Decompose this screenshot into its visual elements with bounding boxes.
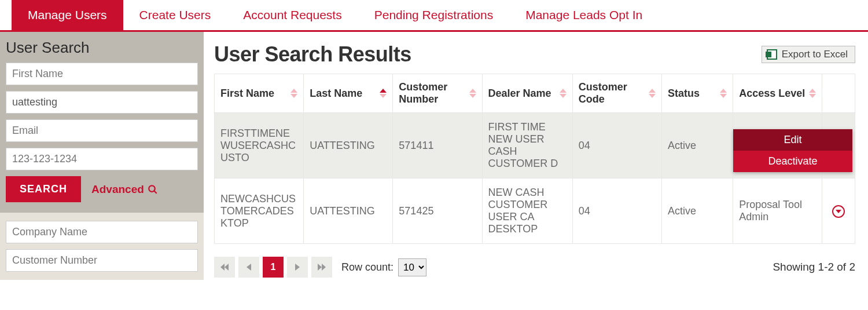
svg-marker-5 — [225, 264, 229, 271]
double-chevron-right-icon — [318, 264, 326, 271]
sort-icon — [469, 89, 476, 98]
cell-status: Active — [661, 113, 733, 178]
row-count-select[interactable]: 10 — [398, 258, 426, 276]
sort-icon — [290, 89, 297, 98]
menu-edit[interactable]: Edit — [733, 129, 852, 151]
page-first-button[interactable] — [214, 257, 235, 278]
export-label: Export to Excel — [782, 49, 848, 60]
search-button[interactable]: SEARCH — [6, 176, 81, 202]
page-prev-button[interactable] — [238, 257, 259, 278]
tab-account-requests[interactable]: Account Requests — [227, 0, 358, 30]
chevron-right-icon — [295, 264, 300, 271]
col-status[interactable]: Status — [661, 74, 733, 113]
page-last-button[interactable] — [311, 257, 332, 278]
svg-marker-7 — [295, 264, 300, 271]
svg-marker-3 — [836, 210, 841, 213]
double-chevron-left-icon — [220, 264, 229, 271]
table-header-row: First Name Last Name Customer Number Dea… — [215, 74, 855, 113]
col-access-level[interactable]: Access Level — [733, 74, 822, 113]
cell-first-name: FIRSTTIMENEWUSERCASHCUSTO — [215, 113, 304, 178]
svg-marker-4 — [220, 264, 225, 271]
sort-icon — [809, 89, 816, 98]
menu-deactivate[interactable]: Deactivate — [733, 151, 852, 172]
row-action-cell — [822, 178, 855, 244]
company-name-input[interactable] — [6, 221, 198, 243]
tab-manage-users[interactable]: Manage Users — [12, 0, 123, 30]
results-title: User Search Results — [214, 42, 411, 67]
cell-customer-code: 04 — [572, 178, 661, 244]
chevron-left-icon — [247, 264, 251, 271]
table-row: NEWCASHCUSTOMERCADESKTOP UATTESTING 5714… — [215, 178, 855, 244]
col-actions — [822, 74, 855, 113]
col-dealer-name[interactable]: Dealer Name — [482, 74, 572, 113]
sort-icon — [560, 89, 567, 98]
cell-dealer-name: FIRST TIME NEW USER CASH CUSTOMER D — [482, 113, 572, 178]
extra-search-panel — [0, 213, 204, 280]
cell-last-name: UATTESTING — [304, 178, 393, 244]
search-icon — [148, 184, 158, 195]
pagination: 1 Row count: 10 — [214, 257, 426, 278]
table-row: FIRSTTIMENEWUSERCASHCUSTO UATTESTING 571… — [215, 113, 855, 178]
col-customer-number[interactable]: Customer Number — [393, 74, 482, 113]
chevron-down-icon — [836, 209, 841, 214]
col-first-name[interactable]: First Name — [215, 74, 304, 113]
col-last-name[interactable]: Last Name — [304, 74, 393, 113]
sort-icon — [649, 89, 656, 98]
user-search-panel: User Search SEARCH Advanced — [0, 32, 204, 213]
sidebar: User Search SEARCH Advanced — [0, 32, 204, 280]
sort-icon — [380, 89, 387, 98]
export-to-excel-button[interactable]: Export to Excel — [762, 46, 855, 63]
svg-line-1 — [154, 191, 157, 194]
cell-customer-number: 571411 — [393, 113, 482, 178]
content-area: User Search Results Export to Excel Firs… — [204, 32, 868, 280]
tab-pending-registrations[interactable]: Pending Registrations — [358, 0, 509, 30]
showing-text: Showing 1-2 of 2 — [773, 261, 855, 273]
last-name-input[interactable] — [6, 91, 198, 114]
tab-create-users[interactable]: Create Users — [123, 0, 227, 30]
cell-customer-code: 04 — [572, 113, 661, 178]
col-customer-code[interactable]: Customer Code — [572, 74, 661, 113]
svg-marker-6 — [247, 264, 251, 271]
row-count-label: Row count: — [341, 261, 393, 273]
phone-input[interactable] — [6, 148, 198, 170]
cell-dealer-name: NEW CASH CUSTOMER USER CA DESKTOP — [482, 178, 572, 244]
svg-marker-8 — [318, 264, 322, 271]
user-search-title: User Search — [6, 39, 198, 57]
page-number-button[interactable]: 1 — [263, 257, 284, 278]
customer-number-input[interactable] — [6, 249, 198, 272]
cell-first-name: NEWCASHCUSTOMERCADESKTOP — [215, 178, 304, 244]
svg-point-0 — [149, 185, 155, 192]
sort-icon — [720, 89, 727, 98]
advanced-link[interactable]: Advanced — [91, 183, 158, 196]
tab-manage-leads-opt-in[interactable]: Manage Leads Opt In — [509, 0, 659, 30]
row-actions-toggle[interactable] — [832, 205, 845, 218]
cell-access-level: Proposal Tool Admin — [733, 178, 822, 244]
row-action-cell: Edit Deactivate — [822, 113, 855, 178]
cell-status: Active — [661, 178, 733, 244]
page-next-button[interactable] — [287, 257, 308, 278]
excel-icon — [767, 49, 777, 60]
results-table: First Name Last Name Customer Number Dea… — [214, 74, 855, 244]
svg-marker-9 — [322, 264, 326, 271]
top-tabs: Manage Users Create Users Account Reques… — [0, 0, 868, 32]
first-name-input[interactable] — [6, 63, 198, 85]
advanced-label: Advanced — [91, 183, 144, 196]
email-input[interactable] — [6, 119, 198, 142]
cell-last-name: UATTESTING — [304, 113, 393, 178]
cell-customer-number: 571425 — [393, 178, 482, 244]
row-actions-menu: Edit Deactivate — [733, 129, 852, 172]
